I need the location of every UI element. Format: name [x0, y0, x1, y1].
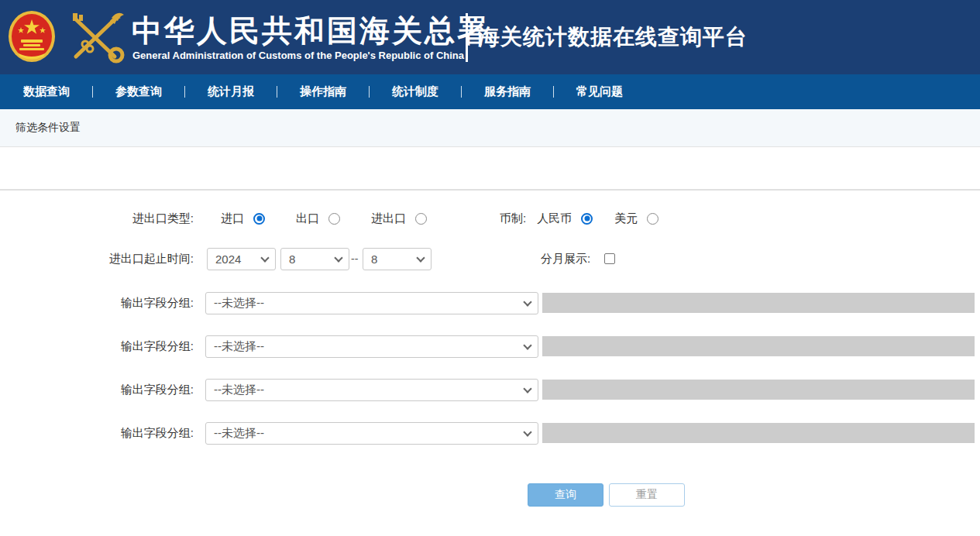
nav-item-service-guide[interactable]: 服务指南 [484, 84, 531, 99]
reset-button[interactable]: 重置 [609, 483, 685, 507]
radio-option-usd[interactable]: 美元 [614, 211, 658, 226]
radio-button-usd[interactable] [647, 213, 658, 225]
nav-item-statistics-system[interactable]: 统计制度 [392, 84, 438, 99]
output-group-select-value: --未选择-- [214, 426, 264, 441]
radio-button-import-export[interactable] [415, 213, 427, 225]
chevron-down-icon [260, 253, 269, 262]
output-group-row: 输出字段分组: --未选择-- [0, 292, 980, 314]
monthly-display-checkbox[interactable] [604, 253, 615, 264]
output-group-label: 输出字段分组: [0, 292, 194, 314]
date-range-separator: -- [351, 248, 358, 270]
output-group-row: 输出字段分组: --未选择-- [0, 379, 980, 400]
nav-separator [277, 86, 277, 98]
output-group-select-2[interactable]: --未选择-- [205, 335, 538, 358]
currency-radio-group: 人民币 美元 [537, 211, 658, 226]
radio-label: 人民币 [537, 211, 572, 226]
page-header: 中华人民共和国海关总署 General Administration of Cu… [0, 0, 980, 74]
nav-item-faq[interactable]: 常见问题 [576, 84, 623, 99]
national-emblem-logo [8, 10, 56, 63]
filter-section-bar: 筛选条件设置 [0, 109, 980, 147]
date-range-row: 进出口起止时间: 2024 8 -- 8 分月展示: [0, 248, 980, 270]
end-month-select-value: 8 [371, 253, 377, 266]
start-month-select-value: 8 [289, 253, 295, 266]
radio-option-import[interactable]: 进口 [221, 211, 265, 226]
platform-title: 海关统计数据在线查询平台 [478, 22, 748, 52]
filter-section-title: 筛选条件设置 [15, 121, 81, 135]
date-range-label: 进出口起止时间: [0, 248, 194, 270]
chevron-down-icon [416, 253, 425, 262]
output-group-disabled-input-4 [542, 423, 975, 443]
radio-option-rmb[interactable]: 人民币 [537, 211, 593, 226]
end-month-select[interactable]: 8 [363, 248, 432, 270]
year-select[interactable]: 2024 [207, 248, 276, 270]
output-group-select-value: --未选择-- [214, 383, 264, 397]
main-nav: 数据查询 参数查询 统计月报 操作指南 统计制度 服务指南 常见问题 [0, 74, 980, 109]
chevron-down-icon [523, 297, 531, 306]
customs-emblem-logo [67, 9, 126, 66]
chevron-down-icon [523, 341, 531, 349]
nav-item-monthly-report[interactable]: 统计月报 [208, 84, 254, 99]
nav-separator [92, 86, 93, 98]
radio-label: 进出口 [371, 211, 406, 226]
radio-button-rmb[interactable] [581, 213, 593, 225]
output-group-row: 输出字段分组: --未选择-- [0, 335, 980, 357]
header-divider [466, 13, 468, 62]
currency-label: 币制: [500, 211, 526, 226]
chevron-down-icon [523, 428, 531, 436]
radio-option-import-export[interactable]: 进出口 [371, 211, 427, 226]
radio-label: 进口 [221, 211, 244, 226]
output-group-label: 输出字段分组: [0, 379, 194, 400]
query-button[interactable]: 查询 [528, 483, 603, 507]
output-group-select-value: --未选择-- [214, 339, 264, 354]
output-group-disabled-input-2 [542, 336, 975, 356]
output-group-label: 输出字段分组: [0, 335, 194, 357]
year-select-value: 2024 [215, 253, 241, 266]
start-month-select[interactable]: 8 [280, 248, 349, 270]
trade-type-label: 进出口类型: [0, 208, 194, 229]
output-group-select-4[interactable]: --未选择-- [205, 422, 538, 445]
output-group-disabled-input-1 [542, 293, 975, 313]
output-group-select-value: --未选择-- [214, 296, 264, 311]
trade-type-radio-group: 进口 出口 进出口 [221, 208, 427, 229]
nav-item-operation-guide[interactable]: 操作指南 [300, 84, 346, 99]
org-subtitle: General Administration of Customs of the… [132, 50, 464, 61]
output-group-disabled-input-3 [542, 380, 975, 400]
nav-separator [461, 86, 462, 98]
nav-item-data-query[interactable]: 数据查询 [23, 84, 70, 99]
radio-label: 出口 [296, 211, 319, 226]
nav-separator [369, 86, 370, 98]
nav-separator [184, 86, 185, 98]
radio-label: 美元 [614, 211, 638, 226]
output-group-row: 输出字段分组: --未选择-- [0, 422, 980, 444]
chevron-down-icon [523, 384, 531, 393]
output-group-select-3[interactable]: --未选择-- [205, 379, 538, 401]
radio-button-export[interactable] [328, 213, 340, 225]
org-title: 中华人民共和国海关总署 [132, 10, 490, 52]
radio-option-export[interactable]: 出口 [296, 211, 340, 226]
output-group-label: 输出字段分组: [0, 422, 194, 444]
section-divider [0, 189, 980, 191]
trade-type-row: 进出口类型: 进口 出口 进出口 币制: 人民币 美元 [0, 208, 980, 229]
chevron-down-icon [334, 253, 342, 262]
currency-group: 币制: 人民币 美元 [500, 208, 658, 229]
radio-button-import[interactable] [253, 213, 265, 225]
monthly-display-label: 分月展示: [541, 248, 590, 270]
nav-item-param-query[interactable]: 参数查询 [115, 84, 162, 99]
nav-separator [553, 86, 554, 98]
output-group-select-1[interactable]: --未选择-- [205, 292, 538, 314]
